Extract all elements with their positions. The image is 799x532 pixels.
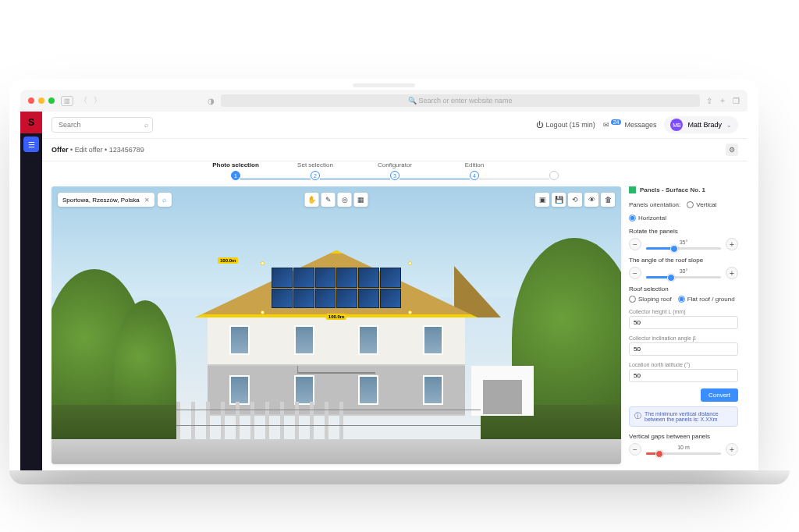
messages-link[interactable]: ✉ 24 Messages	[603, 121, 657, 129]
envelope-icon: ✉	[603, 121, 609, 129]
angle-label: The angle of the roof slope	[629, 257, 738, 264]
search-icon[interactable]: ⌕	[144, 121, 148, 129]
orientation-vertical[interactable]: Vertical	[687, 201, 716, 208]
panel-title: Panels - Surface No. 1	[640, 186, 705, 193]
top-bar: ⌕ ⏻ Logout (15 min) ✉ 24 Messages MB Mat…	[42, 112, 748, 139]
messages-badge: 24	[611, 119, 622, 125]
nav-rail: S ☰	[20, 112, 42, 470]
rotate-increment[interactable]: +	[726, 238, 738, 250]
back-icon[interactable]: 〈	[80, 95, 87, 106]
global-search: ⌕	[51, 117, 153, 133]
brand-logo-icon[interactable]: S	[20, 112, 42, 133]
vgap-label: Vertical gaps between panels	[629, 433, 738, 440]
step-photo[interactable]: Photo selection1	[231, 171, 240, 180]
latitude-label: Location north latitude (°)	[629, 362, 738, 367]
nav-menu-icon[interactable]: ☰	[23, 137, 39, 152]
step-final[interactable]	[549, 171, 559, 180]
vgap-increment[interactable]: +	[726, 443, 738, 456]
user-menu[interactable]: MB Matt Brady ⌄	[664, 116, 738, 133]
step-edition[interactable]: Edition4	[470, 171, 479, 180]
resize-handle[interactable]	[408, 261, 412, 265]
orientation-horizontal[interactable]: Horizontal	[629, 215, 666, 222]
angle-slider[interactable]: 30°	[646, 268, 721, 278]
minimize-window-icon[interactable]	[38, 98, 44, 104]
angle-decrement[interactable]: −	[629, 267, 641, 279]
vgap-slider[interactable]: 10 m	[646, 444, 721, 455]
app-root: S ☰ ⌕ ⏻ Logout (15 min) ✉ 24 Messages	[20, 112, 748, 470]
convert-button[interactable]: Convert	[701, 388, 738, 402]
dimension-label: 100.0m	[326, 314, 346, 320]
orientation-label: Panels orientation:	[629, 201, 680, 208]
laptop-frame: ▥ 〈 〉 ◑ 🔍 Search or enter website name ⇪…	[9, 79, 758, 470]
address-value[interactable]: Sportowa, Rzeszów, Polska	[62, 197, 140, 204]
settings-icon[interactable]: ⚙	[726, 144, 738, 156]
config-panel: Panels - Surface No. 1 Panels orientatio…	[621, 186, 738, 464]
address-input-wrap: Sportowa, Rzeszów, Polska ✕	[58, 193, 154, 207]
breadcrumb-section[interactable]: Edit offer	[75, 146, 103, 154]
search-input[interactable]	[51, 117, 153, 133]
collector-h-input[interactable]	[629, 316, 738, 329]
forward-icon[interactable]: 〉	[94, 95, 101, 106]
workspace: Sportowa, Rzeszów, Polska ✕ ⌕ ✋ ✎ ◎ ▦ ▣ …	[42, 186, 748, 470]
logout-link[interactable]: ⏻ Logout (15 min)	[536, 121, 595, 129]
vgap-decrement[interactable]: −	[629, 443, 641, 456]
panel-title-row: Panels - Surface No. 1	[629, 186, 738, 193]
roof-selection[interactable]	[263, 264, 410, 312]
breadcrumb: Offer • Edit offer • 123456789 ⚙	[42, 139, 748, 161]
chevron-down-icon: ⌄	[726, 122, 732, 129]
maximize-window-icon[interactable]	[48, 98, 55, 104]
rotate-slider[interactable]: 35°	[646, 239, 721, 250]
action-toolbar: ▣ 💾 ⟲ 👁 🗑	[535, 193, 615, 207]
resize-handle[interactable]	[261, 310, 265, 314]
browser-toolbar: ▥ 〈 〉 ◑ 🔍 Search or enter website name ⇪…	[20, 90, 748, 112]
collector-incl-input[interactable]	[629, 342, 738, 356]
photo-canvas[interactable]: Sportowa, Rzeszów, Polska ✕ ⌕ ✋ ✎ ◎ ▦ ▣ …	[51, 186, 621, 464]
rotate-label: Rotate the panels	[629, 228, 738, 235]
resize-handle[interactable]	[261, 261, 265, 265]
tabs-icon[interactable]: ❐	[733, 97, 740, 105]
address-bar[interactable]: 🔍 Search or enter website name	[221, 94, 700, 107]
collector-incl-label: Collector inclination angle β	[629, 335, 738, 341]
share-icon[interactable]: ⇪	[706, 97, 712, 105]
angle-increment[interactable]: +	[726, 267, 738, 279]
roof-sloping[interactable]: Sloping roof	[629, 296, 672, 303]
target-tool-icon[interactable]: ◎	[338, 193, 352, 207]
orientation-row: Panels orientation: Vertical Horizontal	[629, 201, 738, 222]
visibility-icon[interactable]: 👁	[584, 193, 598, 207]
sidebar-toggle-icon[interactable]: ▥	[61, 96, 73, 106]
hand-tool-icon[interactable]: ✋	[305, 193, 319, 207]
refresh-icon[interactable]: ⟲	[568, 193, 582, 207]
save-icon[interactable]: 💾	[552, 193, 566, 207]
breadcrumb-root[interactable]: Offer	[51, 146, 69, 154]
dimension-label: 100.0m	[218, 257, 238, 264]
clear-icon[interactable]: ✕	[144, 197, 150, 204]
camera-icon[interactable]: ▣	[535, 193, 549, 207]
edit-toolbar: ✋ ✎ ◎ ▦	[305, 193, 368, 207]
roof-flat[interactable]: Flat roof / ground	[678, 296, 735, 303]
roof-sel-label: Roof selection	[629, 286, 738, 293]
house-scene: 100.0m 100.0m	[51, 186, 621, 464]
address-search-icon[interactable]: ⌕	[158, 193, 172, 207]
draw-tool-icon[interactable]: ✎	[321, 193, 336, 207]
step-set[interactable]: Set selection2	[311, 171, 320, 180]
power-icon: ⏻	[536, 121, 543, 129]
breadcrumb-id: 123456789	[109, 146, 144, 154]
avatar: MB	[670, 119, 683, 131]
step-configurator[interactable]: Configurator3	[390, 171, 400, 180]
close-window-icon[interactable]	[28, 98, 34, 104]
main-area: ⌕ ⏻ Logout (15 min) ✉ 24 Messages MB Mat…	[42, 112, 748, 470]
user-name: Matt Brady	[687, 121, 722, 129]
grid-tool-icon[interactable]: ▦	[354, 193, 368, 207]
panel-array[interactable]	[272, 268, 401, 308]
collector-h-label: Collector height L (mm)	[629, 309, 738, 314]
latitude-input[interactable]	[629, 369, 738, 382]
camera-notch	[353, 83, 415, 87]
window-controls	[28, 98, 55, 104]
shield-icon[interactable]: ◑	[208, 97, 215, 105]
new-tab-icon[interactable]: ＋	[719, 95, 726, 106]
house-illustration: 100.0m 100.0m	[208, 316, 465, 416]
rotate-decrement[interactable]: −	[629, 238, 641, 250]
delete-icon[interactable]: 🗑	[601, 193, 615, 207]
step-progress: Photo selection1 Set selection2 Configur…	[42, 161, 748, 186]
laptop-base	[9, 470, 790, 484]
